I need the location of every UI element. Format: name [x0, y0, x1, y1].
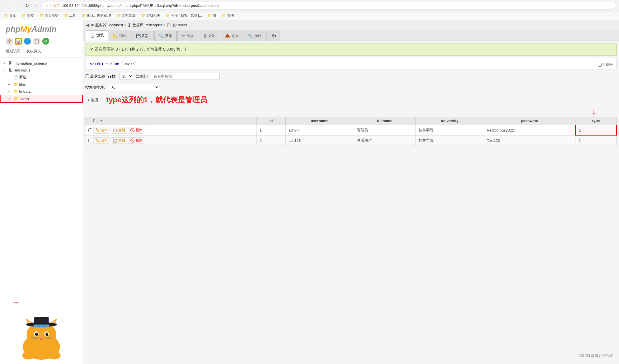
copy-button-icon: 📋	[113, 138, 117, 143]
sort-select[interactable]: 无	[108, 84, 159, 91]
bookmark-item[interactable]: 📁文档文章	[116, 13, 137, 19]
tab-导入[interactable]: 📥 导入	[221, 31, 243, 41]
show-all-checkbox[interactable]	[85, 74, 89, 78]
bookmark-item[interactable]: 📁语言模型	[38, 13, 59, 19]
row-checkbox-cell: ✏️编辑📋复制🚫删除	[85, 135, 257, 146]
forward-button[interactable]: →	[13, 3, 21, 9]
col-university: university	[416, 117, 484, 125]
cell-id: 2	[257, 135, 286, 146]
copy-icon[interactable]: 📋	[33, 38, 40, 45]
col-nav-arrows: ←T→	[89, 119, 99, 123]
col-fullname: fullname	[354, 117, 416, 125]
tab-icon: 🔍	[159, 33, 164, 38]
delete-button[interactable]: 🚫删除	[128, 127, 144, 134]
tree-toggle[interactable]: +	[3, 61, 7, 65]
svg-rect-16	[34, 317, 49, 325]
db-tree-item-2[interactable]: 📄 新建	[0, 73, 83, 81]
tab-label: 插入	[186, 33, 194, 38]
perf-checkbox-input[interactable]	[598, 63, 602, 67]
bookmark-item[interactable]: 📁其他	[221, 13, 235, 19]
sql-table-name: `users`	[122, 62, 137, 66]
table-icon[interactable]: 📊	[15, 38, 22, 45]
breadcrumb-sep2: »	[163, 23, 165, 27]
db-tree-item-5[interactable]: + 📁 users	[0, 95, 83, 103]
cell-type: 2	[576, 135, 616, 146]
row-checkbox[interactable]	[88, 139, 92, 142]
tab-icon: ✏	[182, 33, 185, 38]
bookmark-item[interactable]: 📁百度	[3, 13, 17, 19]
tab-搜索[interactable]: 🔍 搜索	[154, 31, 177, 41]
edit-button-label: 编辑	[101, 128, 108, 133]
options-link[interactable]: + 选项	[85, 96, 100, 104]
bookmark-item[interactable]: 📁仓库 | 博客 | 竞赛 |...	[165, 13, 203, 19]
breadcrumb-sep1: »	[124, 23, 126, 27]
tab-插入[interactable]: ✏ 插入	[177, 31, 198, 41]
bookmark-item[interactable]: 📁游戏相关	[140, 13, 161, 19]
home-button[interactable]: ⌂	[33, 3, 39, 9]
folder-icon: 📁	[208, 14, 212, 17]
row-checkbox[interactable]	[88, 128, 92, 132]
bookmark-item[interactable]: 📁学校	[21, 13, 35, 19]
cell-password: RedCorpus2022	[484, 125, 576, 135]
bookmark-item[interactable]: 📁图床、图片处理	[81, 13, 112, 19]
svg-point-8	[35, 333, 38, 336]
sql-star: *	[106, 62, 110, 66]
settings-icon[interactable]: ⚙	[42, 38, 49, 45]
tree-toggle[interactable]: +	[8, 83, 12, 86]
globe-icon[interactable]: 🌐	[24, 38, 31, 45]
db-tree: + 🗄 information_schema - 🗄 redcorpus 📄 新…	[0, 57, 83, 302]
folder-icon: 📁	[4, 14, 8, 17]
tree-toggle[interactable]: +	[8, 89, 12, 93]
delete-button[interactable]: 🚫删除	[128, 137, 144, 144]
bookmarks-link[interactable]: 表收藏夹	[26, 49, 41, 54]
db-tree-item-3[interactable]: + 📁 files	[0, 81, 83, 88]
copy-button[interactable]: 📋复制	[111, 137, 127, 144]
tab-label: 搜索	[165, 33, 172, 38]
folder-icon: 📁	[39, 14, 43, 17]
db-label-text: information_schema	[14, 61, 79, 65]
tab-结构[interactable]: 📐 结构	[109, 31, 131, 41]
db-tree-item-0[interactable]: + 🗄 information_schema	[0, 60, 83, 67]
logo-my: My	[20, 25, 31, 33]
tab-label: 触	[272, 33, 276, 38]
tab-操作[interactable]: 🔧 操作	[244, 31, 266, 41]
tab-浏览[interactable]: 📋 浏览	[86, 30, 108, 41]
home-icon[interactable]: 🏠	[6, 38, 13, 45]
cell-password: Test123	[484, 135, 576, 146]
sort-arrow-icon[interactable]: ▼	[100, 119, 103, 122]
controls-row: 显示全部 行数: 25 过滤行:	[83, 70, 619, 83]
col-username: username	[286, 117, 354, 125]
cell-university: 桂林学院	[416, 135, 484, 146]
row-count-select[interactable]: 25	[119, 73, 133, 80]
success-text: ✔ 正在显示第 0 - 1 行 (共 2 行, 查询花费 0.0003 秒。)	[90, 47, 186, 51]
data-table-wrapper: ←T→ ▼ id username fullname university pa…	[83, 117, 619, 148]
table-row: ✏️编辑📋复制🚫删除1admin管理员桂林学院RedCorpus20221	[85, 125, 617, 135]
cell-username: admin	[286, 125, 354, 135]
back-button[interactable]: ←	[3, 3, 11, 9]
edit-button[interactable]: ✏️编辑	[93, 137, 110, 144]
url-bar[interactable]: △ 不安全 106.53.164.141:8888/phpmyadmin/imp…	[41, 2, 616, 9]
recent-link[interactable]: 近期访问	[6, 49, 21, 54]
tab-SQL[interactable]: 💾 SQL	[132, 31, 154, 40]
perf-checkbox[interactable]: 性能分	[598, 62, 613, 67]
folder-icon: 📁	[82, 14, 86, 17]
db-tree-item-1[interactable]: - 🗄 redcorpus	[0, 67, 83, 73]
refresh-button[interactable]: ↻	[23, 2, 31, 9]
bookmark-item[interactable]: 📁工具	[63, 13, 77, 19]
tab-icon: 📥	[225, 33, 230, 38]
db-tree-item-4[interactable]: + 📁 tmdata	[0, 88, 83, 95]
tree-toggle[interactable]: +	[9, 97, 13, 100]
tab-icon: 🔧	[248, 33, 253, 38]
bookmark-item[interactable]: 📁研	[206, 13, 217, 19]
tab-导出[interactable]: 🖨 导出	[199, 31, 220, 41]
db-label: 数据库: redcorpus	[132, 23, 162, 28]
edit-button[interactable]: ✏️编辑	[93, 127, 110, 134]
tab-触[interactable]: 触	[266, 31, 280, 41]
delete-button-icon: 🚫	[130, 128, 135, 132]
tree-toggle[interactable]: -	[3, 68, 7, 72]
main-layout: phpMyAdmin 🏠 📊 🌐 📋 ⚙ 近期访问 表收藏夹 + 🗄 infor…	[0, 20, 619, 364]
collapse-sidebar-button[interactable]: ◀	[86, 22, 89, 28]
copy-button[interactable]: 📋复制	[111, 127, 127, 134]
show-all-control[interactable]: 显示全部	[85, 74, 105, 79]
filter-input[interactable]	[151, 73, 220, 80]
